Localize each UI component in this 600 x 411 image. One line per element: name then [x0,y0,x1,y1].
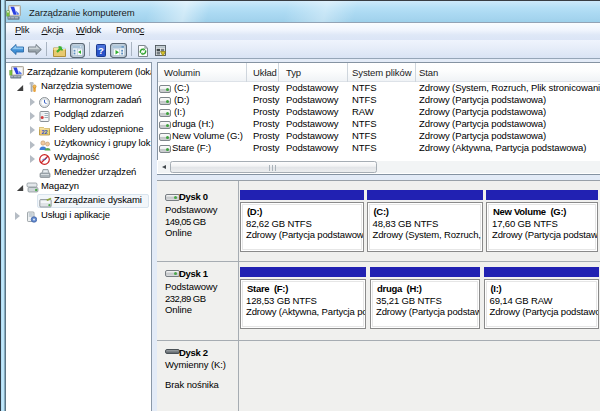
svg-text:22: 22 [42,129,48,135]
svg-text:?: ? [98,45,104,56]
